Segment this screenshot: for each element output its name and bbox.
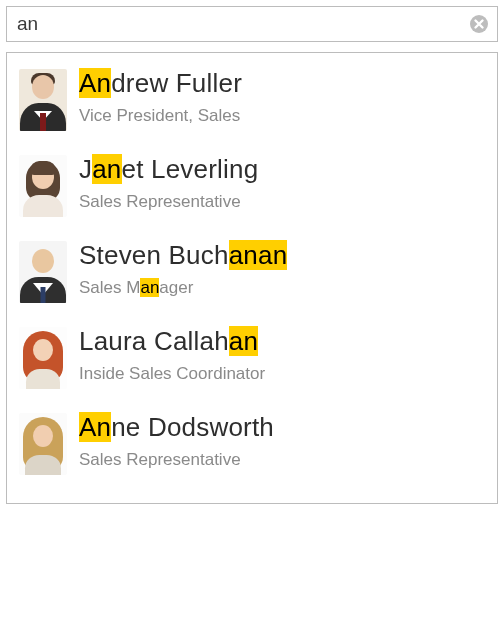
result-title: Sales Representative xyxy=(79,450,274,470)
result-text: Janet LeverlingSales Representative xyxy=(79,155,258,212)
autocomplete-panel: Andrew FullerVice President, SalesJanet … xyxy=(0,0,504,510)
result-name: Steven Buchanan xyxy=(79,241,287,270)
result-item[interactable]: Anne DodsworthSales Representative xyxy=(15,403,489,489)
search-input[interactable] xyxy=(7,7,465,41)
avatar xyxy=(19,155,67,217)
avatar xyxy=(19,69,67,131)
result-name: Janet Leverling xyxy=(79,155,258,184)
result-item[interactable]: Andrew FullerVice President, Sales xyxy=(15,59,489,145)
result-text: Laura CallahanInside Sales Coordinator xyxy=(79,327,265,384)
result-title: Sales Manager xyxy=(79,278,287,298)
result-title: Inside Sales Coordinator xyxy=(79,364,265,384)
result-name: Anne Dodsworth xyxy=(79,413,274,442)
result-item[interactable]: Steven BuchananSales Manager xyxy=(15,231,489,317)
result-text: Steven BuchananSales Manager xyxy=(79,241,287,298)
result-item[interactable]: Janet LeverlingSales Representative xyxy=(15,145,489,231)
result-title: Sales Representative xyxy=(79,192,258,212)
search-box xyxy=(6,6,498,42)
result-item[interactable]: Laura CallahanInside Sales Coordinator xyxy=(15,317,489,403)
results-list: Andrew FullerVice President, SalesJanet … xyxy=(6,52,498,504)
result-text: Andrew FullerVice President, Sales xyxy=(79,69,242,126)
clear-button[interactable] xyxy=(465,10,493,38)
avatar xyxy=(19,327,67,389)
avatar xyxy=(19,241,67,303)
result-name: Andrew Fuller xyxy=(79,69,242,98)
result-name: Laura Callahan xyxy=(79,327,265,356)
result-text: Anne DodsworthSales Representative xyxy=(79,413,274,470)
result-title: Vice President, Sales xyxy=(79,106,242,126)
avatar xyxy=(19,413,67,475)
clear-icon xyxy=(469,14,489,34)
